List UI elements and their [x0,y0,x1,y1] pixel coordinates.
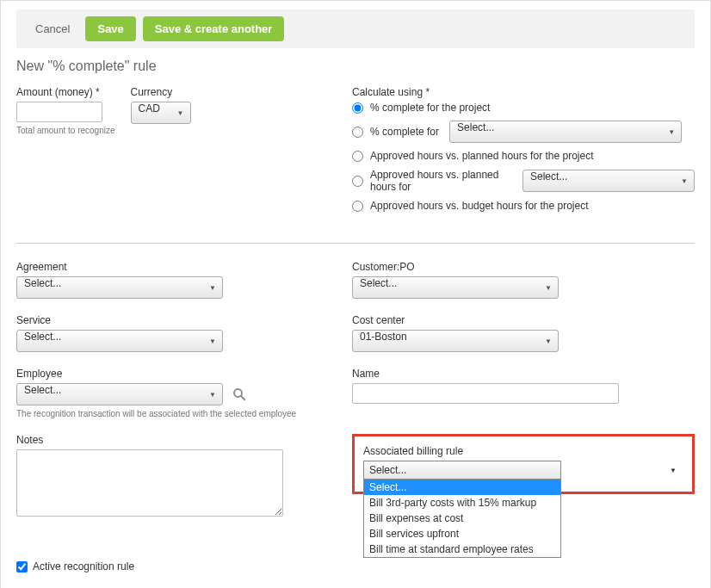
calc-radio-2[interactable] [352,151,363,162]
cost-center-label: Cost center [352,314,695,326]
assoc-billing-select[interactable]: Select... ▼ [363,461,561,480]
name-input[interactable] [352,383,619,404]
agreement-select[interactable]: Select... [16,276,223,299]
assoc-billing-option[interactable]: Bill services upfront [364,526,560,542]
search-icon[interactable] [232,387,247,402]
calc-radio-1[interactable] [352,127,363,138]
calc-option-label-2: Approved hours vs. planned hours for the… [370,150,594,162]
service-select[interactable]: Select... [16,330,223,352]
cancel-button[interactable]: Cancel [27,17,78,40]
calc-radio-3[interactable] [352,176,363,187]
section-divider [16,243,695,244]
chevron-down-icon: ▼ [670,467,677,474]
employee-label: Employee [16,368,318,380]
assoc-billing-label: Associated billing rule [363,445,683,457]
calc-option-label-0: % complete for the project [370,102,490,114]
cost-center-select[interactable]: 01-Boston [352,330,559,352]
calc-option-label-1: % complete for [370,126,439,138]
assoc-billing-option[interactable]: Bill time at standard employee rates [364,542,560,557]
calc-option-label-4: Approved hours vs. budget hours for the … [370,200,588,212]
notes-textarea[interactable] [16,449,283,517]
calc-radio-0[interactable] [352,102,363,114]
save-button[interactable]: Save [85,16,135,41]
service-label: Service [16,314,318,326]
active-label: Active recognition rule [33,560,134,573]
svg-line-1 [241,396,245,400]
agreement-label: Agreement [16,261,318,273]
notes-label: Notes [16,434,318,446]
toolbar: Cancel Save Save & create another [16,9,695,48]
employee-select[interactable]: Select... [16,383,223,405]
name-label: Name [352,368,695,380]
assoc-billing-selected: Select... [369,464,406,476]
svg-point-0 [234,389,242,397]
employee-helper: The recognition transaction will be asso… [16,409,318,418]
assoc-billing-option[interactable]: Bill 3rd-party costs with 15% markup [364,495,560,511]
calc-option-label-3: Approved hours vs. planned hours for [370,169,512,193]
highlight-box: Associated billing rule Select... ▼ Sele… [352,434,695,494]
currency-select[interactable]: CAD [131,102,191,124]
amount-input[interactable] [16,102,102,122]
customer-po-label: Customer:PO [352,261,695,273]
calc-radio-4[interactable] [352,201,363,212]
calc-select-1[interactable]: Select... [449,121,682,143]
assoc-billing-option[interactable]: Select... [364,480,560,495]
assoc-billing-dropdown: Select... Bill 3rd-party costs with 15% … [363,480,561,558]
amount-helper: Total amount to recognize [16,126,115,135]
currency-label: Currency [131,86,191,98]
assoc-billing-option[interactable]: Bill expenses at cost [364,511,560,526]
amount-label: Amount (money) * [16,86,115,98]
active-checkbox[interactable] [16,561,28,573]
calculate-label: Calculate using * [352,86,695,98]
page-title: New "% complete" rule [16,59,695,74]
customer-po-select[interactable]: Select... [352,276,559,299]
calc-select-3[interactable]: Select... [522,170,695,192]
save-create-another-button[interactable]: Save & create another [143,16,285,41]
